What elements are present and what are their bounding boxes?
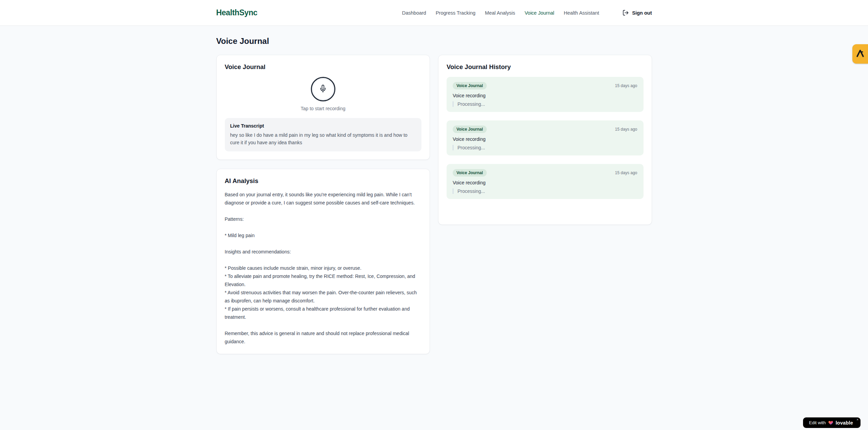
live-transcript-title: Live Transcript [230, 123, 416, 129]
record-button[interactable] [311, 77, 335, 101]
main-nav: Dashboard Progress Tracking Meal Analysi… [402, 10, 652, 16]
tap-to-record-label: Tap to start recording [225, 106, 422, 111]
history-entry[interactable]: Voice Journal 15 days ago Voice recordin… [447, 77, 644, 112]
history-entry[interactable]: Voice Journal 15 days ago Voice recordin… [447, 164, 644, 199]
history-entry-header: Voice Journal 15 days ago [453, 82, 637, 89]
close-icon[interactable]: × [856, 418, 858, 421]
history-entry-header: Voice Journal 15 days ago [453, 169, 637, 177]
live-transcript-box: Live Transcript hey so like I do have a … [225, 118, 422, 151]
history-list: Voice Journal 15 days ago Voice recordin… [447, 77, 644, 199]
ai-analysis-card-title: AI Analysis [225, 177, 422, 185]
ai-analysis-text: Based on your journal entry, it sounds l… [225, 191, 422, 346]
left-column: Voice Journal Tap to start recording [216, 55, 430, 354]
sign-out-label: Sign out [632, 10, 652, 16]
entry-status: Processing... [453, 101, 637, 107]
feedback-widget-icon [855, 49, 865, 60]
history-entry-header: Voice Journal 15 days ago [453, 126, 637, 133]
heart-icon [828, 420, 833, 425]
nav-item-meal-analysis[interactable]: Meal Analysis [485, 10, 515, 16]
microphone-icon [319, 85, 327, 94]
nav-item-dashboard[interactable]: Dashboard [402, 10, 426, 16]
entry-status: Processing... [453, 188, 637, 194]
entry-title: Voice recording [453, 93, 637, 98]
sign-out-button[interactable]: Sign out [622, 10, 652, 16]
entry-title: Voice recording [453, 180, 637, 185]
entry-type-badge: Voice Journal [453, 126, 487, 133]
history-card-title: Voice Journal History [447, 63, 644, 71]
entry-timestamp: 15 days ago [615, 83, 637, 88]
entry-timestamp: 15 days ago [615, 127, 637, 132]
right-column: Voice Journal History Voice Journal 15 d… [438, 55, 652, 225]
edit-with-lovable-badge[interactable]: Edit with lovable × [803, 417, 861, 428]
navbar-inner: HealthSync Dashboard Progress Tracking M… [216, 0, 652, 26]
top-navbar: HealthSync Dashboard Progress Tracking M… [0, 0, 868, 26]
edit-with-label: Edit with [809, 420, 825, 425]
recording-area: Tap to start recording [225, 71, 422, 111]
nav-item-health-assistant[interactable]: Health Assistant [564, 10, 599, 16]
app-logo[interactable]: HealthSync [216, 8, 257, 17]
voice-journal-card-title: Voice Journal [225, 63, 422, 71]
main-content: Voice Journal Voice Journal [216, 26, 652, 354]
nav-item-progress-tracking[interactable]: Progress Tracking [436, 10, 475, 16]
content-grid: Voice Journal Tap to start recording [216, 55, 652, 354]
log-out-icon [622, 10, 629, 16]
entry-type-badge: Voice Journal [453, 82, 487, 89]
entry-title: Voice recording [453, 136, 637, 142]
feedback-widget-tab[interactable] [852, 44, 868, 64]
page-title: Voice Journal [216, 36, 652, 46]
voice-journal-history-card: Voice Journal History Voice Journal 15 d… [438, 55, 652, 225]
entry-timestamp: 15 days ago [615, 170, 637, 175]
voice-journal-card: Voice Journal Tap to start recording [216, 55, 430, 160]
entry-type-badge: Voice Journal [453, 169, 487, 177]
history-entry[interactable]: Voice Journal 15 days ago Voice recordin… [447, 120, 644, 155]
entry-status: Processing... [453, 145, 637, 150]
lovable-brand-label: lovable [836, 420, 853, 426]
ai-analysis-card: AI Analysis Based on your journal entry,… [216, 169, 430, 354]
nav-item-voice-journal[interactable]: Voice Journal [524, 10, 554, 16]
live-transcript-text: hey so like I do have a mild pain in my … [230, 132, 416, 146]
